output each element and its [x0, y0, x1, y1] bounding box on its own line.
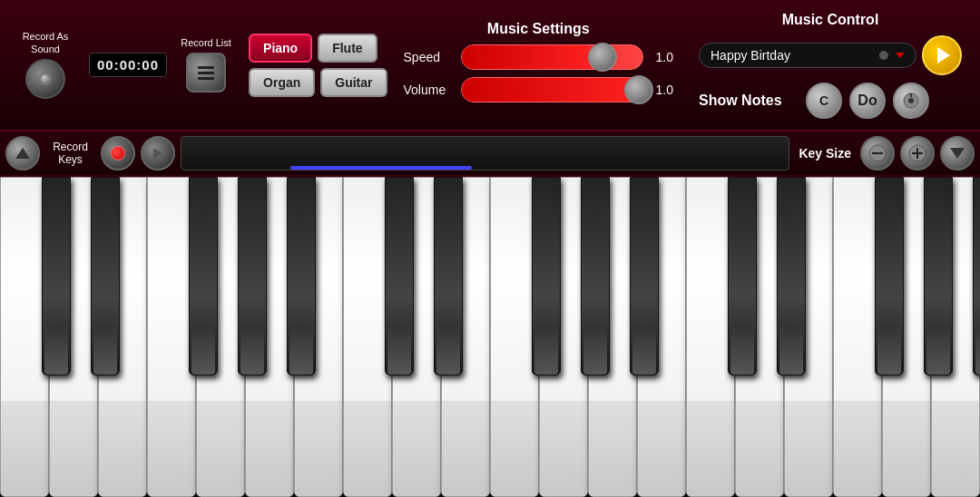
instrument-row-2: Organ Guitar: [249, 68, 387, 97]
white-key-bottom-detail: [638, 401, 685, 496]
black-key[interactable]: [630, 177, 659, 375]
white-key-bottom-detail: [344, 401, 391, 496]
white-key-bottom-detail: [442, 401, 489, 496]
controls-bar: Record Keys Key Size: [0, 132, 980, 177]
black-key[interactable]: [875, 177, 904, 375]
black-key-bottom-detail: [926, 326, 950, 375]
black-key[interactable]: [189, 177, 218, 375]
black-key[interactable]: [385, 177, 414, 375]
piano-scroll-bar[interactable]: [181, 136, 789, 171]
minus-icon: [868, 144, 887, 162]
black-key-bottom-detail: [583, 326, 607, 375]
white-key-bottom-detail: [1, 401, 48, 496]
piano-keyboard: [0, 177, 980, 497]
show-notes-label: Show Notes: [699, 93, 799, 109]
black-key[interactable]: [581, 177, 610, 375]
instrument-buttons: Piano Flute Organ Guitar: [249, 34, 387, 97]
record-keys-label: Record Keys: [45, 141, 95, 167]
black-key[interactable]: [973, 177, 980, 375]
settings-knob-icon: [902, 92, 920, 110]
record-button[interactable]: [101, 136, 135, 171]
chevron-down-icon: [896, 53, 905, 58]
scroll-up-button[interactable]: [5, 136, 40, 171]
svg-rect-4: [872, 152, 883, 154]
instrument-guitar-button[interactable]: Guitar: [320, 68, 387, 97]
white-key-bottom-detail: [99, 401, 146, 496]
black-key[interactable]: [924, 177, 953, 375]
play-icon: [937, 47, 950, 63]
volume-slider-knob[interactable]: [624, 75, 653, 104]
black-key-bottom-detail: [534, 326, 558, 375]
speed-slider-row: Speed 1.0: [404, 44, 673, 70]
white-key-bottom-detail: [246, 401, 293, 496]
black-key-bottom-detail: [632, 326, 656, 375]
record-as-sound-section: Record As Sound: [9, 31, 82, 98]
scroll-down-button[interactable]: [940, 136, 975, 171]
note-c-button[interactable]: C: [806, 83, 842, 119]
white-key-bottom-detail: [589, 401, 636, 496]
speed-slider-knob[interactable]: [588, 43, 617, 72]
svg-rect-7: [916, 148, 918, 159]
black-key-bottom-detail: [436, 326, 460, 375]
white-key-bottom-detail: [834, 401, 881, 496]
record-list-button[interactable]: [186, 53, 226, 93]
notes-settings-knob[interactable]: [893, 83, 929, 119]
volume-slider-track[interactable]: [461, 77, 643, 102]
white-key-bottom-detail: [785, 401, 832, 496]
song-name: Happy Birtday: [710, 48, 790, 63]
instrument-organ-button[interactable]: Organ: [249, 68, 315, 97]
play-keys-icon: [153, 148, 162, 159]
white-key-bottom-detail: [50, 401, 97, 496]
instrument-flute-button[interactable]: Flute: [318, 34, 377, 63]
volume-value: 1.0: [651, 83, 673, 97]
white-key-bottom-detail: [932, 401, 979, 496]
white-key-bottom-detail: [540, 401, 587, 496]
black-key[interactable]: [42, 177, 71, 375]
key-size-label: Key Size: [799, 146, 851, 161]
black-key[interactable]: [434, 177, 463, 375]
play-keys-button[interactable]: [141, 136, 175, 171]
song-row: Happy Birtday: [699, 35, 962, 75]
white-key-bottom-detail: [148, 401, 195, 496]
black-key-bottom-detail: [387, 326, 411, 375]
song-select-dropdown[interactable]: Happy Birtday: [699, 43, 916, 68]
black-key-bottom-detail: [191, 326, 215, 375]
white-key-bottom-detail: [491, 401, 538, 496]
speed-label: Speed: [404, 50, 454, 64]
instrument-row: Piano Flute: [249, 34, 387, 63]
black-key-bottom-detail: [44, 326, 68, 375]
black-key[interactable]: [777, 177, 806, 375]
top-bar: Record As Sound 00:00:00 Record List Pia…: [0, 0, 980, 132]
white-keys-container: [0, 177, 980, 497]
note-c-label: C: [819, 93, 828, 108]
note-do-button[interactable]: Do: [849, 83, 886, 119]
black-key[interactable]: [238, 177, 267, 375]
record-as-sound-label: Record As Sound: [9, 31, 82, 54]
record-list-section: Record List: [174, 37, 238, 93]
svg-point-1: [908, 98, 914, 103]
white-key-bottom-detail: [197, 401, 244, 496]
scroll-position-indicator: [290, 166, 472, 170]
white-key-bottom-detail: [393, 401, 440, 496]
song-select-dot: [879, 51, 888, 60]
music-control-section: Music Control Happy Birtday Show Notes C…: [690, 12, 971, 119]
record-as-sound-icon: [39, 73, 52, 85]
play-button[interactable]: [922, 35, 962, 75]
black-key-bottom-detail: [779, 326, 803, 375]
black-key-bottom-detail: [240, 326, 264, 375]
key-size-increase-button[interactable]: [900, 136, 935, 171]
black-key-bottom-detail: [975, 326, 980, 375]
note-do-label: Do: [858, 93, 877, 109]
black-key[interactable]: [728, 177, 757, 375]
black-key[interactable]: [287, 177, 316, 375]
black-key-bottom-detail: [93, 326, 117, 375]
key-size-decrease-button[interactable]: [860, 136, 895, 171]
black-key[interactable]: [532, 177, 561, 375]
instrument-piano-button[interactable]: Piano: [249, 34, 312, 63]
volume-label: Volume: [404, 83, 454, 97]
speed-slider-track[interactable]: [461, 44, 643, 70]
black-key[interactable]: [91, 177, 120, 375]
record-as-sound-button[interactable]: [25, 59, 65, 99]
black-key-bottom-detail: [730, 326, 754, 375]
white-key-bottom-detail: [687, 401, 734, 496]
